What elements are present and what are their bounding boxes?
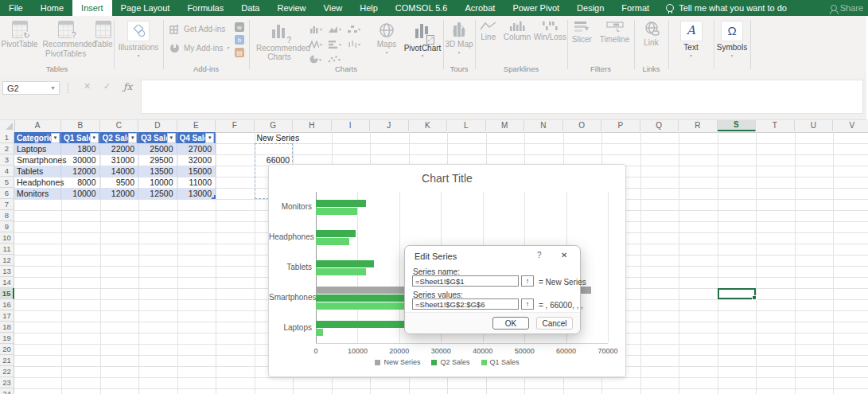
tab-design[interactable]: Design: [568, 0, 613, 16]
symbols-button[interactable]: Ω Symbols ▾: [714, 16, 750, 57]
column-header-G[interactable]: G: [255, 119, 294, 131]
tab-data[interactable]: Data: [232, 0, 268, 16]
tell-me-box[interactable]: Tell me what you want to do: [658, 0, 795, 16]
bar-q1-sales-monitors[interactable]: [316, 208, 357, 215]
tab-formulas[interactable]: Formulas: [178, 0, 232, 16]
legend-item[interactable]: Q2 Sales: [431, 358, 469, 366]
slicer-button[interactable]: Slicer: [572, 21, 592, 45]
illustrations-button[interactable]: Illustrations ▾: [114, 16, 163, 57]
tab-review[interactable]: Review: [268, 0, 314, 16]
stock-chart-icon[interactable]: ▾: [348, 41, 360, 49]
table-cell[interactable]: 8000: [61, 177, 100, 188]
table-header-cell[interactable]: Q3 Sales▼: [138, 132, 177, 143]
column-header-V[interactable]: V: [833, 119, 868, 131]
table-cell[interactable]: 13500: [138, 166, 177, 177]
bar-q2-sales-tablets[interactable]: [316, 260, 374, 267]
range-picker-icon[interactable]: ↑: [521, 298, 534, 310]
link-button[interactable]: Link: [634, 16, 668, 48]
table-header-cell[interactable]: Q2 Sales▼: [100, 132, 139, 143]
tab-help[interactable]: Help: [351, 0, 387, 16]
bar-q1-sales-tablets[interactable]: [316, 268, 366, 275]
row-header-8[interactable]: 8: [0, 210, 14, 221]
column-header-C[interactable]: C: [100, 119, 139, 131]
row-header-16[interactable]: 16: [0, 299, 14, 310]
filter-dropdown-icon[interactable]: ▼: [51, 133, 60, 143]
column-header-H[interactable]: H: [293, 119, 332, 131]
table-cell[interactable]: 12000: [100, 188, 139, 199]
row-header-3[interactable]: 3: [0, 154, 14, 166]
people-app-icon[interactable]: ▤: [235, 48, 244, 57]
row-header-19[interactable]: 19: [0, 333, 14, 344]
table-cell[interactable]: 27000: [177, 143, 216, 154]
column-header-P[interactable]: P: [601, 119, 640, 131]
column-sparkline-button[interactable]: Column: [504, 21, 531, 42]
scatter-chart-icon[interactable]: ▾: [328, 56, 341, 64]
table-cell[interactable]: 10000: [61, 188, 100, 199]
tab-insert[interactable]: Insert: [72, 0, 112, 16]
cancel-entry-icon[interactable]: ✕: [84, 81, 91, 92]
my-addins-button[interactable]: My Add-ins ▾: [169, 41, 229, 54]
line-sparkline-button[interactable]: Line: [480, 21, 497, 42]
bar-q2-sales-laptops[interactable]: [316, 321, 407, 328]
column-header-I[interactable]: I: [332, 119, 371, 131]
winloss-sparkline-button[interactable]: Win/Loss: [537, 21, 562, 42]
filter-dropdown-icon[interactable]: ▼: [128, 133, 137, 143]
range-picker-icon[interactable]: ↑: [521, 275, 534, 287]
table-cell[interactable]: 32000: [177, 154, 216, 166]
bar-chart-icon[interactable]: ▾: [329, 41, 341, 49]
table-cell[interactable]: 1800: [61, 143, 100, 154]
legend-item[interactable]: New Series: [375, 358, 420, 366]
row-header-17[interactable]: 17: [0, 310, 14, 322]
name-box[interactable]: G2 ▼: [2, 81, 60, 95]
hierarchy-chart-icon[interactable]: ▾: [348, 25, 360, 33]
row-header-12[interactable]: 12: [0, 255, 14, 266]
recommended-charts-button[interactable]: ? Recommended Charts: [249, 18, 309, 64]
table-header-cell[interactable]: Q1 Sales▼: [61, 132, 100, 143]
ok-button[interactable]: OK: [492, 317, 529, 330]
row-header-22[interactable]: 22: [0, 366, 14, 377]
tab-file[interactable]: File: [0, 0, 32, 16]
row-header-14[interactable]: 14: [0, 277, 14, 288]
table-button[interactable]: Table: [94, 16, 113, 58]
3d-map-button[interactable]: 3D Map ▾: [445, 16, 473, 54]
filter-dropdown-icon[interactable]: ▼: [205, 133, 214, 143]
legend-item[interactable]: Q1 Sales: [481, 358, 520, 366]
pivottable-button[interactable]: ↻ PivotTable: [1, 16, 37, 58]
row-header-2[interactable]: 2: [0, 143, 14, 154]
column-header-L[interactable]: L: [447, 119, 486, 131]
table-cell[interactable]: 15000: [177, 166, 216, 177]
series-name-input[interactable]: [412, 275, 519, 287]
column-header-R[interactable]: R: [679, 119, 718, 131]
bar-q1-sales-headphones[interactable]: [316, 238, 349, 245]
filter-dropdown-icon[interactable]: ▼: [167, 133, 176, 143]
column-header-M[interactable]: M: [486, 119, 525, 131]
row-header-1[interactable]: 1: [0, 132, 14, 143]
column-header-J[interactable]: J: [370, 119, 409, 131]
row-header-23[interactable]: 23: [0, 377, 14, 388]
row-header-9[interactable]: 9: [0, 221, 14, 232]
row-header-20[interactable]: 20: [0, 344, 14, 355]
insert-function-icon[interactable]: ƒx: [123, 81, 132, 92]
column-header-O[interactable]: O: [563, 119, 602, 131]
filter-dropdown-icon[interactable]: ▼: [90, 133, 99, 143]
select-all-corner[interactable]: [0, 119, 15, 131]
chevron-down-icon[interactable]: ▼: [50, 85, 59, 91]
table-cell[interactable]: 9500: [100, 177, 139, 188]
enter-entry-icon[interactable]: ✓: [103, 81, 111, 92]
bing-app-icon[interactable]: b: [235, 35, 244, 45]
pie-chart-icon[interactable]: ▾: [309, 55, 321, 64]
share-button[interactable]: Share: [831, 0, 868, 16]
column-header-K[interactable]: K: [409, 119, 448, 131]
store-app-icon[interactable]: w: [235, 22, 244, 32]
table-cell[interactable]: Headphones: [14, 177, 61, 188]
table-cell[interactable]: Monitors: [14, 188, 61, 199]
selected-cell-S15[interactable]: [718, 288, 757, 299]
pivotchart-button[interactable]: ⤢ PivotChart ▾: [402, 18, 443, 64]
tab-power-pivot[interactable]: Power Pivot: [504, 0, 568, 16]
table-resize-handle[interactable]: [212, 195, 216, 199]
text-button[interactable]: A Text ▾: [668, 16, 714, 57]
tab-acrobat[interactable]: Acrobat: [456, 0, 504, 16]
row-header-11[interactable]: 11: [0, 244, 14, 255]
row-header-13[interactable]: 13: [0, 266, 14, 277]
column-header-U[interactable]: U: [795, 119, 834, 131]
